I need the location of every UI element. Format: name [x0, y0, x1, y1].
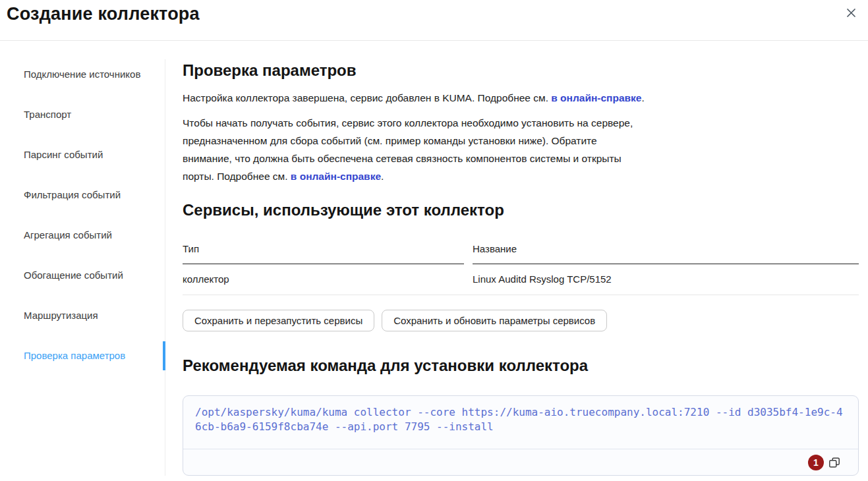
dialog-header: Создание коллектора: [0, 0, 868, 41]
services-table: Тип Название коллектор Linux Auditd Rsys…: [183, 243, 859, 295]
command-footer: 1: [183, 449, 858, 475]
dialog-title: Создание коллектора: [7, 4, 200, 24]
main-content: Проверка параметров Настройка коллектора…: [165, 41, 868, 481]
intro-suffix: .: [641, 92, 644, 103]
sidebar-item-event-parsing[interactable]: Парсинг событий: [0, 134, 165, 175]
install-command-text: /opt/kaspersky/kuma/kuma collector --cor…: [183, 396, 858, 449]
sidebar-item-event-filtering[interactable]: Фильтрация событий: [0, 175, 165, 215]
note-text: Чтобы начать получать события, сервис эт…: [183, 117, 633, 182]
copy-button[interactable]: [828, 457, 840, 468]
sidebar-item-sources[interactable]: Подключение источников: [0, 54, 165, 94]
services-section-heading: Сервисы, использующие этот коллектор: [183, 201, 859, 219]
close-button[interactable]: [843, 5, 859, 20]
sidebar-item-event-aggregation[interactable]: Агрегация событий: [0, 215, 165, 255]
copy-icon: [828, 457, 840, 468]
column-header-name: Название: [473, 243, 859, 264]
sidebar-item-event-enrichment[interactable]: Обогащение событий: [0, 255, 165, 295]
actions-row: Сохранить и перезапустить сервисы Сохран…: [183, 310, 859, 331]
online-help-link[interactable]: в онлайн-справке: [551, 92, 641, 103]
table-header-row: Тип Название: [183, 243, 859, 264]
sidebar-item-routing[interactable]: Маршрутизация: [0, 295, 165, 335]
dialog-body: Подключение источников Транспорт Парсинг…: [0, 41, 868, 481]
save-update-service-params-button[interactable]: Сохранить и обновить параметры сервисов: [382, 310, 607, 331]
close-icon: [846, 8, 856, 18]
command-section-heading: Рекомендуемая команда для установки колл…: [183, 356, 859, 375]
page-title: Проверка параметров: [183, 61, 859, 80]
table-row: коллектор Linux Auditd Rsyslog TCP/5152: [183, 264, 859, 295]
intro-paragraph: Настройка коллектора завершена, сервис д…: [183, 89, 647, 107]
note-paragraph: Чтобы начать получать события, сервис эт…: [183, 114, 647, 185]
table-cell-type: коллектор: [183, 264, 464, 295]
online-help-link-2[interactable]: в онлайн-справке: [291, 171, 381, 182]
wizard-steps-sidebar: Подключение источников Транспорт Парсинг…: [0, 41, 165, 481]
save-restart-services-button[interactable]: Сохранить и перезапустить сервисы: [183, 310, 374, 331]
sidebar-divider: [165, 59, 165, 476]
note-suffix: .: [381, 171, 384, 182]
sidebar-item-transport[interactable]: Транспорт: [0, 94, 165, 134]
copy-count-badge: 1: [808, 455, 824, 470]
column-header-type: Тип: [183, 243, 464, 264]
install-command-block: /opt/kaspersky/kuma/kuma collector --cor…: [183, 395, 859, 476]
sidebar-item-setup-validation[interactable]: Проверка параметров: [0, 335, 165, 376]
table-cell-name: Linux Auditd Rsyslog TCP/5152: [473, 264, 859, 295]
intro-text: Настройка коллектора завершена, сервис д…: [183, 92, 551, 103]
